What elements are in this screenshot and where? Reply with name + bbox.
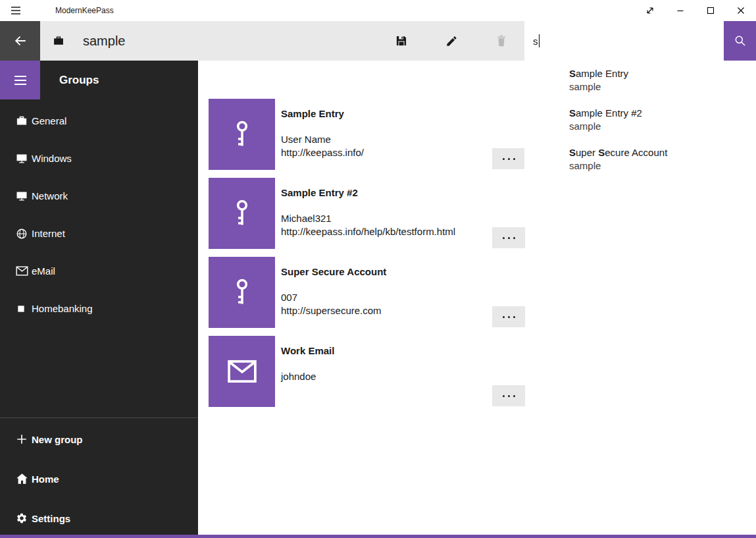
action-label: Home	[32, 473, 59, 485]
maximize-button[interactable]	[695, 0, 726, 21]
suggestion-title: Sample Entry #2	[569, 107, 748, 120]
briefcase-icon	[0, 115, 32, 126]
globe-icon	[0, 228, 32, 240]
sidebar-item-email[interactable]: eMail	[0, 252, 198, 290]
sidebar-item-label: Homebanking	[32, 303, 93, 314]
entry-username: User Name	[281, 133, 364, 146]
entry-tile	[209, 336, 275, 407]
hamburger-icon	[14, 75, 27, 86]
search-input[interactable]: s	[524, 21, 724, 61]
minimize-button[interactable]	[665, 0, 695, 21]
window-controls	[635, 0, 756, 21]
sidebar-item-label: General	[32, 115, 66, 126]
entry-row[interactable]: Super Secure Account 007 http://supersec…	[209, 257, 525, 328]
database-icon	[53, 36, 64, 46]
entry-info: Sample Entry User Name http://keepass.in…	[281, 107, 364, 159]
envelope-icon	[0, 266, 32, 276]
nav-hamburger-button[interactable]	[0, 61, 40, 99]
titlebar: ModernKeePass	[0, 0, 756, 21]
entry-tile	[209, 178, 275, 249]
sidebar-item-internet[interactable]: Internet	[0, 215, 198, 252]
entry-title: Sample Entry #2	[281, 186, 455, 200]
edit-button[interactable]	[436, 21, 467, 61]
suggestion-group: sample	[569, 159, 748, 173]
entry-username: 007	[281, 291, 386, 304]
accent-bar	[0, 535, 756, 538]
groups-heading: Groups	[59, 74, 99, 87]
sidebar-item-label: Windows	[32, 153, 72, 164]
entry-tile	[209, 257, 275, 328]
more-button[interactable]	[492, 385, 525, 406]
home-icon	[0, 473, 32, 485]
entry-username: johndoe	[281, 370, 334, 383]
fullscreen-button[interactable]	[635, 0, 665, 21]
sidebar-actions: New group Home Settings	[0, 419, 198, 538]
key-icon	[228, 198, 256, 229]
sidebar: Groups General Windows Network Internet	[0, 61, 198, 538]
suggestion-group: sample	[569, 80, 748, 94]
app-title: ModernKeePass	[55, 6, 114, 15]
back-button[interactable]	[0, 21, 40, 61]
search-suggestions: Sample Entry sample Sample Entry #2 samp…	[524, 61, 756, 180]
entry-title: Sample Entry	[281, 107, 364, 121]
titlebar-hamburger-icon[interactable]	[0, 0, 32, 21]
delete-button[interactable]	[486, 21, 517, 61]
entry-url: http://keepass.info/help/kb/testform.htm…	[281, 225, 455, 238]
gear-icon	[0, 512, 32, 524]
more-button[interactable]	[492, 148, 525, 169]
back-arrow-icon	[13, 34, 28, 48]
entry-tile	[209, 99, 275, 170]
envelope-icon	[227, 360, 257, 383]
action-label: New group	[32, 434, 83, 445]
suggestion-group: sample	[569, 120, 748, 133]
save-button[interactable]	[386, 21, 417, 61]
save-icon	[395, 34, 408, 47]
entry-title: Work Email	[281, 344, 334, 358]
suggestion-title: Super Secure Account	[569, 146, 748, 159]
search-icon	[734, 34, 747, 47]
entry-url: http://supersecure.com	[281, 304, 386, 317]
square-icon	[0, 304, 32, 314]
search-suggestion[interactable]: Sample Entry sample	[524, 62, 756, 101]
edit-pencil-icon	[445, 35, 458, 47]
search-area: s	[524, 21, 756, 61]
suggestion-title: Sample Entry	[569, 67, 748, 80]
entry-info: Work Email johndoe	[281, 344, 334, 383]
search-suggestion[interactable]: Super Secure Account sample	[524, 141, 756, 180]
key-icon	[228, 277, 256, 308]
search-suggestion[interactable]: Sample Entry #2 sample	[524, 101, 756, 141]
group-list: General Windows Network Internet eMail	[0, 102, 198, 327]
sidebar-item-label: Network	[32, 190, 68, 202]
monitor-icon	[0, 153, 32, 164]
database-title: sample	[83, 34, 125, 49]
database-header: sample	[53, 21, 125, 61]
entry-info: Sample Entry #2 Michael321 http://keepas…	[281, 186, 455, 238]
sidebar-item-network[interactable]: Network	[0, 177, 198, 215]
sidebar-item-homebanking[interactable]: Homebanking	[0, 290, 198, 327]
new-group-button[interactable]: New group	[0, 419, 198, 459]
entry-row[interactable]: Work Email johndoe	[209, 336, 525, 407]
entry-username: Michael321	[281, 212, 455, 225]
sidebar-item-label: eMail	[32, 265, 55, 277]
more-icon	[503, 316, 505, 318]
close-button[interactable]	[726, 0, 756, 21]
entry-row[interactable]: Sample Entry User Name http://keepass.in…	[209, 99, 525, 170]
action-label: Settings	[32, 513, 70, 524]
more-icon	[503, 158, 505, 160]
search-button[interactable]	[724, 21, 756, 61]
text-caret	[539, 34, 540, 47]
entry-row[interactable]: Sample Entry #2 Michael321 http://keepas…	[209, 178, 525, 249]
sidebar-item-general[interactable]: General	[0, 102, 198, 140]
sidebar-item-label: Internet	[32, 228, 65, 239]
home-button[interactable]: Home	[0, 459, 198, 498]
sidebar-item-windows[interactable]: Windows	[0, 140, 198, 177]
more-icon	[503, 395, 505, 397]
more-button[interactable]	[492, 306, 525, 327]
entry-info: Super Secure Account 007 http://supersec…	[281, 265, 386, 317]
plus-icon	[0, 433, 32, 445]
entry-url: http://keepass.info/	[281, 146, 364, 159]
network-icon	[0, 190, 32, 202]
settings-button[interactable]: Settings	[0, 498, 198, 538]
more-icon	[503, 237, 505, 239]
more-button[interactable]	[492, 227, 525, 248]
